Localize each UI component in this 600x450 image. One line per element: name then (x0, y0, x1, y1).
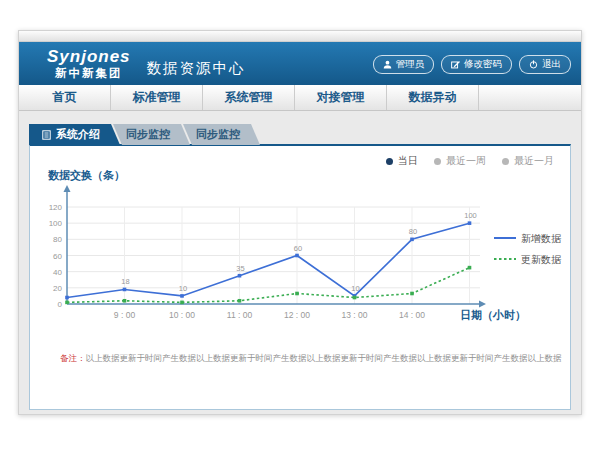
x-tick-label: 14 : 00 (399, 310, 425, 320)
x-axis-title: 日期（小时） (460, 309, 526, 322)
tab-1[interactable]: 同步监控 (113, 124, 190, 145)
legend-item-1[interactable]: 更新数据 (494, 254, 562, 265)
y-tick-label: 120 (49, 203, 63, 212)
x-tick-label: 10 : 00 (169, 310, 195, 320)
time-range-options: 当日最近一周最近一月 (386, 154, 554, 168)
x-tick-label: 13 : 00 (342, 310, 368, 320)
y-tick-label: 100 (49, 219, 63, 228)
nav-item-2[interactable]: 系统管理 (203, 85, 295, 110)
point-label: 100 (464, 211, 477, 220)
point-label: 10 (351, 284, 359, 293)
radio-dot-icon (386, 158, 393, 165)
nav-item-1[interactable]: 标准管理 (111, 85, 203, 110)
svg-text:新增数据: 新增数据 (521, 233, 562, 244)
point-label: 35 (236, 264, 244, 273)
user-area: 管理员修改密码退出 (373, 55, 572, 74)
point-label: 60 (294, 244, 302, 253)
radio-dot-icon (434, 158, 441, 165)
x-tick-label: 11 : 00 (227, 310, 253, 320)
window-top-strip (19, 31, 581, 42)
range-radio-0[interactable]: 当日 (386, 154, 418, 168)
app-title: 数据资源中心 (147, 59, 246, 78)
logo-text-en: Synjones (47, 48, 131, 66)
app-window: Synjones 新中新集团 数据资源中心 管理员修改密码退出 首页标准管理系统… (18, 30, 582, 415)
radio-label: 当日 (398, 154, 418, 168)
svg-text:更新数据: 更新数据 (521, 254, 562, 265)
power-icon (529, 60, 538, 69)
user-button-logout[interactable]: 退出 (519, 55, 571, 74)
tab-bar: 系统介绍同步监控同步监控 (29, 124, 260, 145)
nav-item-3[interactable]: 对接管理 (295, 85, 387, 110)
user-button-label: 退出 (542, 58, 561, 71)
tab-label: 同步监控 (196, 127, 240, 142)
nav-item-4[interactable]: 数据异动 (387, 85, 479, 110)
radio-dot-icon (502, 158, 509, 165)
line-chart: 0204060801001209 : 0010 : 0011 : 0012 : … (30, 146, 572, 409)
y-axis-title: 数据交换（条） (47, 169, 125, 182)
user-icon (383, 60, 392, 69)
user-button-change-password[interactable]: 修改密码 (441, 55, 512, 74)
point-label: 80 (409, 227, 417, 236)
nav-item-0[interactable]: 首页 (19, 85, 111, 110)
range-radio-2[interactable]: 最近一月 (502, 154, 554, 168)
tab-label: 系统介绍 (56, 127, 100, 142)
logo: Synjones 新中新集团 (47, 48, 131, 79)
content-panel: 当日最近一周最近一月 0204060801001209 : 0010 : 001… (29, 144, 571, 410)
radio-label: 最近一周 (446, 154, 486, 168)
x-tick-label: 12 : 00 (284, 310, 310, 320)
user-button-admin[interactable]: 管理员 (373, 55, 435, 74)
point-label: 10 (179, 284, 187, 293)
note-prefix: 备注： (60, 353, 86, 363)
range-radio-1[interactable]: 最近一周 (434, 154, 486, 168)
document-icon (42, 130, 51, 140)
footer-note: 备注：以上数据更新于时间产生数据以上数据更新于时间产生数据以上数据更新于时间产生… (60, 353, 562, 365)
tab-0[interactable]: 系统介绍 (29, 124, 120, 145)
main-nav: 首页标准管理系统管理对接管理数据异动 (19, 85, 581, 111)
app-header: Synjones 新中新集团 数据资源中心 管理员修改密码退出 (19, 42, 581, 85)
edit-icon (451, 60, 460, 69)
radio-label: 最近一月 (514, 154, 554, 168)
note-text: 以上数据更新于时间产生数据以上数据更新于时间产生数据以上数据更新于时间产生数据以… (86, 353, 563, 363)
y-tick-label: 60 (53, 252, 62, 261)
point-label: 18 (121, 277, 129, 286)
tab-label: 同步监控 (126, 127, 170, 142)
x-tick-label: 9 : 00 (114, 310, 136, 320)
tab-2[interactable]: 同步监控 (183, 124, 260, 145)
y-tick-label: 20 (53, 284, 62, 293)
user-button-label: 修改密码 (464, 58, 502, 71)
y-tick-label: 0 (58, 300, 63, 309)
legend-item-0[interactable]: 新增数据 (494, 233, 562, 244)
y-tick-label: 80 (53, 235, 62, 244)
user-button-label: 管理员 (396, 58, 425, 71)
logo-text-cn: 新中新集团 (47, 67, 131, 79)
page: 系统介绍同步监控同步监控 当日最近一周最近一月 0204060801001209… (19, 111, 581, 414)
y-tick-label: 40 (53, 268, 62, 277)
